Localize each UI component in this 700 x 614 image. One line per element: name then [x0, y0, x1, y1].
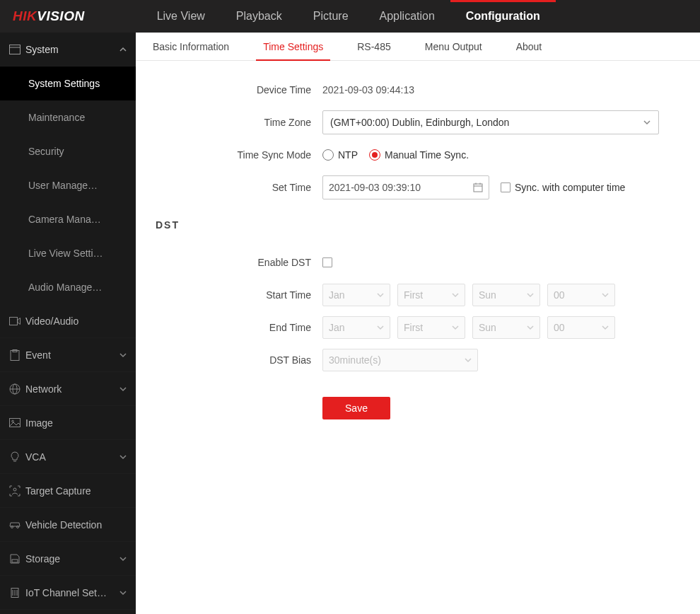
subtab-about[interactable]: About — [516, 33, 542, 60]
select-value: 30minute(s) — [329, 354, 381, 366]
tab-label: Playback — [236, 10, 282, 23]
radio-ntp[interactable]: NTP — [322, 149, 358, 161]
chevron-down-icon — [119, 589, 127, 597]
row-device-time: Device Time 2021-09-03 09:44:13 — [153, 78, 683, 102]
row-end-time: End Time Jan First Sun 00 — [153, 315, 683, 340]
tab-playback[interactable]: Playback — [221, 0, 298, 33]
select-value: Sun — [479, 289, 496, 301]
logo: HIKVISION — [13, 8, 85, 24]
subtab-label: Menu Output — [425, 41, 482, 52]
end-week-select[interactable]: First — [397, 316, 465, 339]
sidebar-item-label: Network — [25, 383, 62, 395]
chevron-down-icon — [643, 118, 651, 127]
chevron-down-icon — [527, 291, 534, 299]
time-sync-mode-label: Time Sync Mode — [153, 149, 322, 161]
device-time-label: Device Time — [153, 84, 322, 95]
radio-manual-time-sync[interactable]: Manual Time Sync. — [369, 149, 469, 161]
device-time-value: 2021-09-03 09:44:13 — [322, 84, 414, 95]
sidebar-sub-live-view-settings[interactable]: Live View Setti… — [0, 236, 136, 270]
tab-live-view[interactable]: Live View — [141, 0, 221, 33]
tab-configuration[interactable]: Configuration — [450, 0, 556, 33]
subtab-menu-output[interactable]: Menu Output — [425, 33, 482, 60]
select-value: 00 — [554, 289, 565, 301]
sidebar-item-network[interactable]: Network — [0, 372, 136, 406]
start-day-select[interactable]: Sun — [472, 284, 540, 306]
checkbox-enable-dst[interactable] — [322, 257, 332, 267]
clipboard-icon — [8, 349, 21, 361]
sidebar-item-event[interactable]: Event — [0, 338, 136, 372]
dst-bias-label: DST Bias — [153, 354, 322, 366]
time-settings-form: Device Time 2021-09-03 09:44:13 Time Zon… — [136, 61, 700, 420]
sidebar-item-label: Event — [25, 349, 51, 361]
tab-application[interactable]: Application — [364, 0, 450, 33]
end-month-select[interactable]: Jan — [322, 316, 390, 339]
subtab-basic-information[interactable]: Basic Information — [153, 33, 229, 60]
sidebar-sub-label: Maintenance — [28, 112, 85, 123]
sidebar-item-label: Storage — [25, 553, 60, 564]
set-time-input[interactable] — [329, 182, 483, 193]
sidebar-sub-security[interactable]: Security — [0, 134, 136, 168]
chevron-down-icon — [119, 555, 127, 563]
sidebar-sub-label: System Settings — [28, 78, 100, 89]
subtab-label: Basic Information — [153, 41, 229, 52]
checkbox-label: Sync. with computer time — [515, 182, 625, 193]
sidebar-item-video-audio[interactable]: Video/Audio — [0, 304, 136, 338]
dst-section-title: DST — [156, 219, 683, 231]
chevron-down-icon — [119, 385, 127, 393]
chevron-down-icon — [119, 351, 127, 359]
chevron-down-icon — [465, 357, 472, 364]
svg-point-12 — [13, 488, 16, 491]
logo-hik: HIK — [13, 8, 37, 24]
subtab-rs-485[interactable]: RS-485 — [357, 33, 390, 60]
sidebar-item-iot-channel-settings[interactable]: IoT Channel Set… — [0, 576, 136, 610]
sidebar-sub-label: Camera Mana… — [28, 214, 101, 225]
sidebar-item-label: Image — [25, 417, 53, 429]
calendar-icon[interactable] — [473, 183, 483, 192]
select-value: Jan — [329, 289, 345, 301]
radio-label: Manual Time Sync. — [385, 149, 469, 161]
checkbox-box-icon — [501, 183, 511, 192]
sidebar-sub-label: User Manage… — [28, 180, 98, 191]
sidebar-item-vca[interactable]: VCA — [0, 440, 136, 474]
sidebar-sub-label: Audio Manage… — [28, 282, 102, 293]
subtab-label: About — [516, 41, 542, 52]
radio-label: NTP — [338, 149, 358, 161]
sidebar-item-image[interactable]: Image — [0, 406, 136, 440]
checkbox-sync-with-computer-time[interactable]: Sync. with computer time — [501, 182, 625, 193]
svg-point-14 — [17, 526, 19, 528]
sidebar-sub-user-management[interactable]: User Manage… — [0, 168, 136, 202]
radio-icon — [369, 149, 380, 161]
tab-picture[interactable]: Picture — [298, 0, 364, 33]
video-icon — [8, 315, 21, 328]
row-save: Save — [153, 396, 683, 420]
chevron-down-icon — [377, 324, 384, 331]
time-zone-select[interactable]: (GMT+00:00) Dublin, Edinburgh, London — [322, 110, 659, 134]
start-month-select[interactable]: Jan — [322, 284, 390, 306]
window-icon — [8, 43, 21, 56]
row-time-sync-mode: Time Sync Mode NTP Manual Time Sync. — [153, 143, 683, 167]
start-hour-select[interactable]: 00 — [547, 284, 615, 306]
select-value: Sun — [479, 322, 496, 333]
sidebar-sub-system-settings[interactable]: System Settings — [0, 66, 136, 100]
sidebar-item-storage[interactable]: Storage — [0, 542, 136, 576]
sidebar: System System Settings Maintenance Secur… — [0, 33, 136, 614]
end-hour-select[interactable]: 00 — [547, 316, 615, 339]
tab-label: Application — [380, 10, 435, 23]
dst-bias-select[interactable]: 30minute(s) — [322, 349, 478, 371]
svg-point-13 — [11, 526, 13, 528]
subtab-time-settings[interactable]: Time Settings — [263, 33, 323, 60]
bulb-icon — [8, 451, 21, 463]
select-value: First — [404, 322, 423, 333]
row-dst-bias: DST Bias 30minute(s) — [153, 348, 683, 372]
end-day-select[interactable]: Sun — [472, 316, 540, 339]
sidebar-item-target-capture[interactable]: Target Capture — [0, 474, 136, 508]
save-button[interactable]: Save — [322, 397, 390, 419]
sidebar-sub-camera-management[interactable]: Camera Mana… — [0, 202, 136, 236]
select-value: 00 — [554, 322, 565, 333]
sidebar-sub-maintenance[interactable]: Maintenance — [0, 100, 136, 134]
sidebar-sub-audio-management[interactable]: Audio Manage… — [0, 270, 136, 304]
sidebar-item-system[interactable]: System — [0, 33, 136, 66]
row-time-zone: Time Zone (GMT+00:00) Dublin, Edinburgh,… — [153, 110, 683, 134]
start-week-select[interactable]: First — [397, 284, 465, 306]
sidebar-item-vehicle-detection[interactable]: Vehicle Detection — [0, 508, 136, 542]
